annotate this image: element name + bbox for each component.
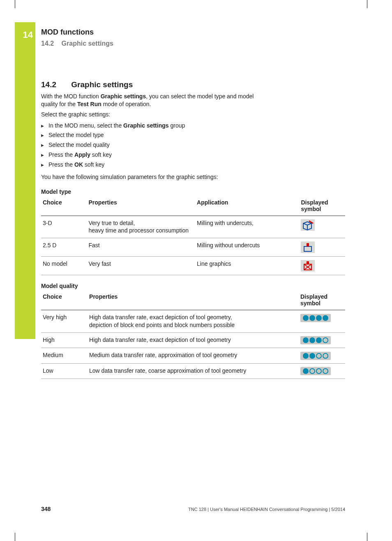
- quality-dots-icon: [300, 367, 331, 375]
- table-model-quality: Choice Properties Displayed symbol Very …: [41, 291, 345, 379]
- table1-title: Model type: [41, 188, 345, 195]
- cell-symbol: [299, 216, 345, 238]
- sidebar-tab: 14: [15, 22, 35, 339]
- cell-symbol: [299, 333, 345, 348]
- cell-application: Line graphics: [195, 257, 299, 275]
- cell-properties: High data transfer rate, exact depiction…: [88, 310, 299, 333]
- step-item: Press the Apply soft key: [41, 150, 345, 160]
- svg-rect-2: [307, 243, 309, 246]
- cell-symbol: [299, 363, 345, 378]
- cell-choice: 2.5 D: [41, 238, 87, 257]
- cell-choice: 3-D: [41, 216, 87, 238]
- cell-properties: Low data transfer rate, coarse approxima…: [88, 363, 299, 378]
- heading-number: 14.2: [41, 80, 69, 89]
- th-symbol: Displayed symbol: [299, 197, 345, 216]
- step-item: Select the model quality: [41, 140, 345, 150]
- steps-list: In the MOD menu, select the Graphic sett…: [41, 121, 345, 170]
- cell-choice: No model: [41, 257, 87, 275]
- th-properties: Properties: [87, 197, 196, 216]
- th-properties: Properties: [88, 291, 299, 310]
- quality-dots-icon: [300, 314, 331, 322]
- section-header: 14.2 Graphic settings: [41, 40, 345, 47]
- cell-symbol: [299, 257, 345, 275]
- table-row: 2.5 D Fast Milling without undercuts: [41, 238, 345, 257]
- cell-properties: Very fast: [87, 257, 196, 275]
- cell-application: Milling with undercuts,: [195, 216, 299, 238]
- cell-symbol: [299, 310, 345, 333]
- svg-rect-6: [307, 261, 309, 264]
- table-row: LowLow data transfer rate, coarse approx…: [41, 363, 345, 378]
- table-row: MediumMedium data transfer rate, approxi…: [41, 348, 345, 363]
- model-none-icon: [301, 260, 315, 272]
- cell-choice: Low: [41, 363, 88, 378]
- table-row: No model Very fast Line graphics: [41, 257, 345, 275]
- heading: 14.2 Graphic settings: [41, 80, 345, 89]
- step-item: Press the OK soft key: [41, 160, 345, 170]
- cell-choice: High: [41, 333, 88, 348]
- footer-text: TNC 128 | User's Manual HEIDENHAIN Conve…: [188, 507, 345, 512]
- cell-choice: Very high: [41, 310, 88, 333]
- heading-title: Graphic settings: [71, 80, 133, 89]
- page-content: MOD functions 14.2 Graphic settings 14.2…: [41, 28, 345, 379]
- table-row: Very highHigh data transfer rate, exact …: [41, 310, 345, 333]
- page-footer: 348 TNC 128 | User's Manual HEIDENHAIN C…: [41, 506, 345, 512]
- table2-title: Model quality: [41, 283, 345, 289]
- th-choice: Choice: [41, 291, 88, 310]
- svg-rect-1: [304, 246, 311, 251]
- step-item: Select the model type: [41, 130, 345, 140]
- intro-paragraph-2: Select the graphic settings:: [41, 111, 255, 118]
- cell-choice: Medium: [41, 348, 88, 363]
- table-model-type: Choice Properties Application Displayed …: [41, 197, 345, 276]
- section-number: 14.2: [41, 40, 54, 47]
- quality-dots-icon: [300, 352, 331, 360]
- th-symbol: Displayed symbol: [299, 291, 345, 310]
- th-choice: Choice: [41, 197, 87, 216]
- cell-properties: Fast: [87, 238, 196, 257]
- section-title: Graphic settings: [62, 40, 113, 47]
- intro-paragraph: With the MOD function Graphic settings, …: [41, 93, 255, 108]
- table-row: 3-D Very true to detail, heavy time and …: [41, 216, 345, 238]
- model-3d-icon: [301, 219, 315, 231]
- table-row: HighHigh data transfer rate, exact depic…: [41, 333, 345, 348]
- chapter-number: 14: [15, 22, 35, 40]
- step-item: In the MOD menu, select the Graphic sett…: [41, 121, 345, 131]
- cell-properties: Medium data transfer rate, approximation…: [88, 348, 299, 363]
- post-steps-paragraph: You have the following simulation parame…: [41, 173, 255, 181]
- page-number: 348: [41, 506, 51, 512]
- th-application: Application: [195, 197, 299, 216]
- model-2-5d-icon: [301, 241, 315, 253]
- cell-symbol: [299, 348, 345, 363]
- cell-application: Milling without undercuts: [195, 238, 299, 257]
- cell-properties: Very true to detail, heavy time and proc…: [87, 216, 196, 238]
- chapter-title: MOD functions: [41, 28, 345, 37]
- quality-dots-icon: [300, 336, 331, 344]
- cell-symbol: [299, 238, 345, 257]
- cell-properties: High data transfer rate, exact depiction…: [88, 333, 299, 348]
